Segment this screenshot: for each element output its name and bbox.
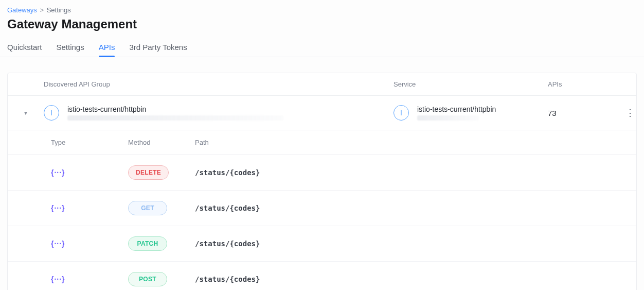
openapi-type-icon: {···} — [51, 168, 128, 177]
service-subtext-redacted — [417, 115, 479, 121]
breadcrumb: Gateways > Settings — [7, 6, 637, 14]
openapi-type-icon: {···} — [51, 240, 128, 248]
subcolumn-path: Path — [195, 139, 636, 146]
api-subheader: Type Method Path — [8, 130, 636, 155]
column-header-apis: APIs — [548, 80, 620, 88]
subcolumn-method: Method — [128, 139, 195, 146]
api-row[interactable]: {···} GET /status/{codes} — [8, 191, 636, 226]
breadcrumb-current: Settings — [47, 6, 71, 14]
api-path: /status/{codes} — [195, 240, 636, 248]
group-row[interactable]: ▼ I istio-tests-current/httpbin I istio-… — [8, 96, 636, 130]
method-badge: DELETE — [128, 165, 169, 180]
column-header-group: Discovered API Group — [44, 80, 393, 88]
api-path: /status/{codes} — [195, 168, 636, 177]
service-avatar-icon: I — [393, 105, 409, 121]
group-table-header: Discovered API Group Service APIs — [8, 73, 636, 96]
tab-apis[interactable]: APIs — [99, 39, 115, 57]
api-count: 73 — [548, 109, 620, 117]
kebab-icon: ⋮ — [625, 107, 635, 118]
method-badge: PATCH — [128, 236, 167, 251]
api-row[interactable]: {···} DELETE /status/{codes} — [8, 155, 636, 191]
group-avatar-icon: I — [44, 105, 59, 121]
openapi-type-icon: {···} — [51, 275, 128, 283]
api-row[interactable]: {···} POST /status/{codes} — [8, 262, 636, 290]
api-path: /status/{codes} — [195, 204, 636, 212]
method-badge: POST — [128, 272, 167, 286]
breadcrumb-separator: > — [40, 6, 44, 14]
tab-settings[interactable]: Settings — [57, 39, 84, 57]
tabs: Quickstart Settings APIs 3rd Party Token… — [0, 39, 644, 57]
service-name: istio-tests-current/httpbin — [417, 105, 496, 113]
tab-quickstart[interactable]: Quickstart — [7, 39, 42, 57]
method-badge: GET — [128, 201, 167, 215]
api-row[interactable]: {···} PATCH /status/{codes} — [8, 226, 636, 262]
group-name: istio-tests-current/httpbin — [67, 105, 283, 113]
breadcrumb-gateways[interactable]: Gateways — [7, 6, 37, 14]
column-header-service: Service — [393, 80, 548, 88]
row-menu-button[interactable]: ⋮ — [620, 107, 640, 118]
group-subtext-redacted — [67, 115, 283, 121]
api-groups-card: Discovered API Group Service APIs ▼ I is… — [7, 73, 637, 290]
subcolumn-type: Type — [51, 139, 128, 146]
openapi-type-icon: {···} — [51, 204, 128, 212]
page-title: Gateway Management — [7, 17, 637, 31]
api-path: /status/{codes} — [195, 275, 636, 283]
tab-tokens[interactable]: 3rd Party Tokens — [129, 39, 187, 57]
caret-down-icon[interactable]: ▼ — [23, 110, 28, 116]
